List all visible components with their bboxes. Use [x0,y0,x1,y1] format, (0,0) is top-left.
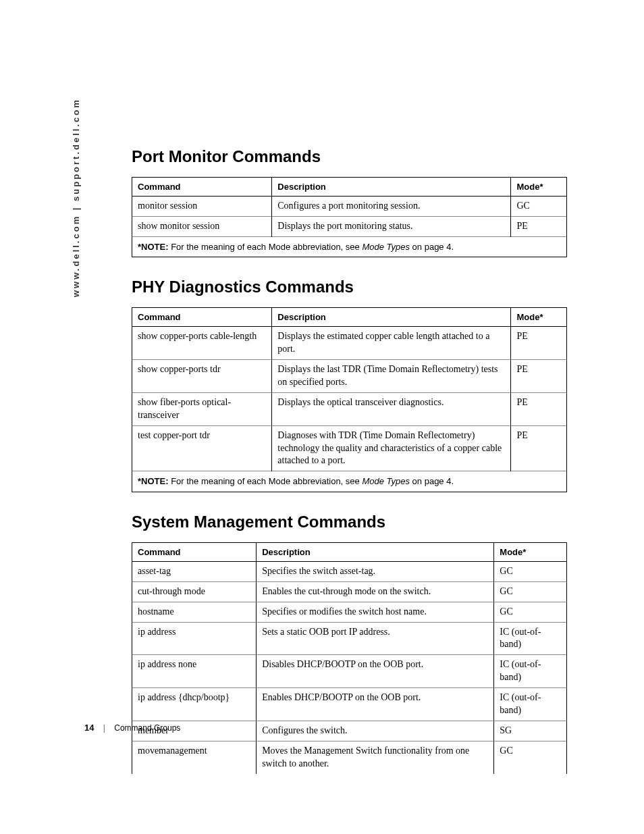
cell-command: movemanagement [132,741,257,773]
cell-mode: GC [494,602,567,622]
table-row: movemanagement Moves the Management Swit… [132,741,567,773]
cell-description: Sets a static OOB port IP address. [257,622,494,655]
note-cell: *NOTE: For the meaning of each Mode abbr… [132,471,567,492]
cell-mode: IC (out-of-band) [494,622,567,655]
cell-description: Displays the estimated copper cable leng… [272,327,511,360]
footer-label: Command Groups [114,723,180,733]
cell-command: show monitor session [132,216,272,236]
table-phy-diagnostics: Command Description Mode* show copper-po… [132,307,567,492]
heading-phy-diagnostics: PHY Diagnostics Commands [132,278,567,296]
table-note-row: *NOTE: For the meaning of each Mode abbr… [132,236,567,257]
cell-command: ip address none [132,655,257,688]
page-footer: 14 | Command Groups [84,723,180,733]
section-phy-diagnostics: PHY Diagnostics Commands Command Descrip… [132,278,567,492]
section-port-monitor: Port Monitor Commands Command Descriptio… [132,147,567,257]
heading-port-monitor: Port Monitor Commands [132,147,567,166]
cell-command: show fiber-ports optical-transceiver [132,392,272,425]
note-cell: *NOTE: For the meaning of each Mode abbr… [132,236,567,257]
col-description: Description [272,308,511,327]
sidebar-url: www.dell.com | support.dell.com [71,98,81,297]
cell-mode: PE [511,327,567,360]
table-row: ip address none Disables DHCP/BOOTP on t… [132,655,567,688]
cell-description: Configures the switch. [257,721,494,741]
cell-description: Enables DHCP/BOOTP on the OOB port. [257,688,494,721]
table-row: show copper-ports tdr Displays the last … [132,360,567,393]
cell-command: monitor session [132,197,272,217]
cell-command: hostname [132,602,257,622]
col-command: Command [132,308,272,327]
cell-command: show copper-ports tdr [132,360,272,393]
cell-description: Diagnoses with TDR (Time Domain Reflecto… [272,425,511,471]
cell-mode: IC (out-of-band) [494,688,567,721]
table-row: ip address {dhcp/bootp} Enables DHCP/BOO… [132,688,567,721]
cell-mode: SG [494,721,567,741]
heading-system-management: System Management Commands [132,513,567,531]
table-row: test copper-port tdr Diagnoses with TDR … [132,425,567,471]
cell-mode: IC (out-of-band) [494,655,567,688]
cell-command: asset-tag [132,561,257,581]
cell-command: show copper-ports cable-length [132,327,272,360]
col-description: Description [272,178,511,197]
table-row: show fiber-ports optical-transceiver Dis… [132,392,567,425]
cell-command: ip address {dhcp/bootp} [132,688,257,721]
cell-description: Specifies or modifies the switch host na… [257,602,494,622]
footer-separator: | [103,723,105,733]
cell-description: Displays the optical transceiver diagnos… [272,392,511,425]
cell-mode: GC [494,561,567,581]
col-command: Command [132,542,257,561]
cell-description: Enables the cut-through mode on the swit… [257,581,494,602]
table-row: member Configures the switch. SG [132,721,567,741]
col-mode: Mode* [494,542,567,561]
cell-mode: PE [511,425,567,471]
cell-description: Specifies the switch asset-tag. [257,561,494,581]
cell-description: Displays the port monitoring status. [272,216,511,236]
table-row: hostname Specifies or modifies the switc… [132,602,567,622]
cell-description: Moves the Management Switch functionalit… [257,741,494,773]
table-system-management: Command Description Mode* asset-tag Spec… [132,542,567,774]
page-number: 14 [84,723,94,733]
cell-mode: GC [494,741,567,773]
col-description: Description [257,542,494,561]
cell-command: ip address [132,622,257,655]
table-note-row: *NOTE: For the meaning of each Mode abbr… [132,471,567,492]
table-row: asset-tag Specifies the switch asset-tag… [132,561,567,581]
cell-description: Configures a port monitoring session. [272,197,511,217]
table-row: show copper-ports cable-length Displays … [132,327,567,360]
cell-mode: PE [511,392,567,425]
cell-mode: GC [494,581,567,602]
page-content: Port Monitor Commands Command Descriptio… [132,147,567,794]
cell-description: Displays the last TDR (Time Domain Refle… [272,360,511,393]
table-port-monitor: Command Description Mode* monitor sessio… [132,177,567,257]
cell-mode: PE [511,216,567,236]
table-row: monitor session Configures a port monito… [132,197,567,217]
cell-mode: GC [511,197,567,217]
col-command: Command [132,178,272,197]
table-row: cut-through mode Enables the cut-through… [132,581,567,602]
col-mode: Mode* [511,308,567,327]
section-system-management: System Management Commands Command Descr… [132,513,567,774]
cell-command: test copper-port tdr [132,425,272,471]
cell-mode: PE [511,360,567,393]
table-row: ip address Sets a static OOB port IP add… [132,622,567,655]
cell-command: cut-through mode [132,581,257,602]
col-mode: Mode* [511,178,567,197]
table-row: show monitor session Displays the port m… [132,216,567,236]
cell-description: Disables DHCP/BOOTP on the OOB port. [257,655,494,688]
